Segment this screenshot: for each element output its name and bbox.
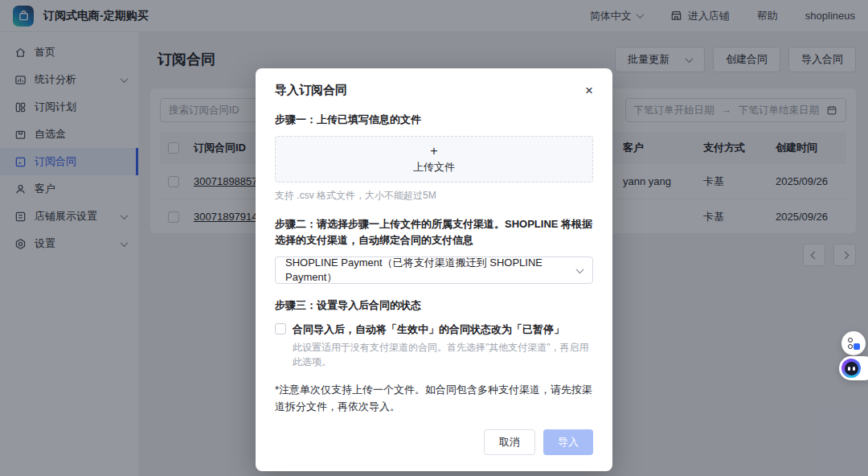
step2-title: 步骤二：请选择步骤一上传文件的所属支付渠道。SHOPLINE 将根据选择的支付渠… xyxy=(275,216,593,248)
pause-status-checkbox[interactable] xyxy=(275,323,286,334)
payment-channel-select[interactable]: SHOPLINE Payment（已将支付渠道搬迁到 SHOPLINE Paym… xyxy=(275,256,593,284)
pause-status-checkbox-label: 合同导入后，自动将「生效中」的合同状态改为「已暂停」 xyxy=(293,322,564,337)
modal-title: 导入订阅合同 xyxy=(275,83,347,98)
close-icon[interactable]: × xyxy=(585,84,593,97)
payment-channel-selected-value: SHOPLINE Payment（已将支付渠道搬迁到 SHOPLINE Paym… xyxy=(285,256,577,285)
import-contract-modal: 导入订阅合同 × 步骤一：上传已填写信息的文件 + 上传文件 支持 .csv 格… xyxy=(256,68,612,471)
assistant-face-icon xyxy=(841,359,861,378)
cancel-button[interactable]: 取消 xyxy=(484,429,535,455)
apps-grid-icon xyxy=(848,338,860,350)
checkbox-hint: 此设置适用于没有支付渠道的合同。首先选择"其他支付渠道"，再启用此选项。 xyxy=(293,340,593,369)
upload-file-label: 上传文件 xyxy=(413,160,455,174)
plus-icon: + xyxy=(430,145,437,158)
upload-hint: 支持 .csv 格式文件，大小不能超过5M xyxy=(275,189,593,203)
step3-title: 步骤三：设置导入后合同的状态 xyxy=(275,298,593,314)
upload-file-dropzone[interactable]: + 上传文件 xyxy=(275,136,593,183)
apps-widget-button[interactable] xyxy=(841,331,866,355)
assistant-widget-button[interactable] xyxy=(839,356,868,380)
import-button[interactable]: 导入 xyxy=(543,429,593,455)
step1-title: 步骤一：上传已填写信息的文件 xyxy=(275,112,593,128)
modal-note: *注意单次仅支持上传一个文件。如合同包含多种支付渠道，请先按渠道拆分文件，再依次… xyxy=(275,382,593,416)
